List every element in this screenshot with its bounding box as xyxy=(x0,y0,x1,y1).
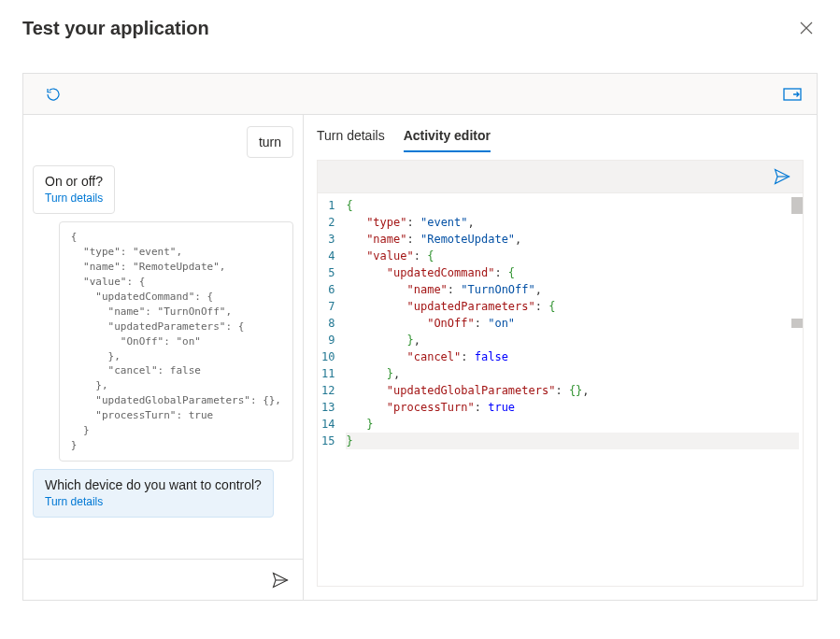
gutter: 123456789101112131415 xyxy=(318,193,342,586)
chat-msg-2: { "type": "event", "name": "RemoteUpdate… xyxy=(59,221,293,462)
code-line[interactable]: "name": "RemoteUpdate", xyxy=(346,231,799,248)
reload-button[interactable] xyxy=(38,79,68,109)
editor-column: Turn detailsActivity editor 123456789101… xyxy=(304,115,817,600)
send-icon xyxy=(271,571,290,589)
scrollbar-mark xyxy=(791,319,803,328)
code-lines[interactable]: { "type": "event", "name": "RemoteUpdate… xyxy=(342,193,803,586)
code-line[interactable]: "name": "TurnOnOff", xyxy=(346,281,799,298)
code-line[interactable]: "cancel": false xyxy=(346,348,799,365)
chat-input[interactable] xyxy=(33,560,267,600)
send-activity-button[interactable] xyxy=(773,167,791,186)
chat-msg-0: turn xyxy=(247,126,293,158)
connect-icon xyxy=(783,88,802,101)
chat-send-button[interactable] xyxy=(267,567,293,593)
editor-toolbar xyxy=(317,160,804,193)
code-line[interactable]: "value": { xyxy=(346,248,799,264)
send-icon xyxy=(773,167,791,186)
chat-code: { "type": "event", "name": "RemoteUpdate… xyxy=(71,230,281,453)
code-line[interactable]: }, xyxy=(346,332,799,348)
connect-button[interactable] xyxy=(783,88,802,101)
turn-details-link[interactable]: Turn details xyxy=(45,495,103,508)
chat-text: On or off? xyxy=(45,174,103,189)
tab-activity-editor[interactable]: Activity editor xyxy=(404,124,491,152)
chat-scroll[interactable]: turnOn or off?Turn details{ "type": "eve… xyxy=(23,115,303,559)
chat-text: Which device do you want to control? xyxy=(45,477,262,492)
chat-msg-1: On or off?Turn details xyxy=(33,165,115,214)
code-line[interactable]: "processTurn": true xyxy=(346,399,799,416)
code-line[interactable]: } xyxy=(346,416,799,433)
code-line[interactable]: }, xyxy=(346,365,799,382)
turn-details-link[interactable]: Turn details xyxy=(45,192,103,205)
panel-toolbar xyxy=(23,74,817,115)
code-line[interactable]: "OnOff": "on" xyxy=(346,315,799,332)
code-line[interactable]: "updatedGlobalParameters": {}, xyxy=(346,382,799,399)
editor-tabs: Turn detailsActivity editor xyxy=(304,115,817,152)
chat-msg-3: Which device do you want to control?Turn… xyxy=(33,469,274,518)
dialog-title: Test your application xyxy=(22,18,209,39)
chat-input-row xyxy=(23,559,303,600)
code-line[interactable]: "updatedParameters": { xyxy=(346,298,799,315)
code-line[interactable]: } xyxy=(346,433,799,449)
code-line[interactable]: "type": "event", xyxy=(346,214,799,231)
close-icon xyxy=(800,21,813,35)
scrollbar-mark xyxy=(791,197,803,214)
chat-text: turn xyxy=(259,135,281,149)
code-line[interactable]: { xyxy=(346,197,799,214)
reload-icon xyxy=(45,86,62,103)
chat-column: turnOn or off?Turn details{ "type": "eve… xyxy=(23,115,304,600)
test-panel: turnOn or off?Turn details{ "type": "eve… xyxy=(22,73,818,601)
code-line[interactable]: "updatedCommand": { xyxy=(346,264,799,281)
tab-turn-details[interactable]: Turn details xyxy=(317,124,385,152)
close-button[interactable] xyxy=(795,17,818,39)
code-editor[interactable]: 123456789101112131415 { "type": "event",… xyxy=(317,193,804,587)
